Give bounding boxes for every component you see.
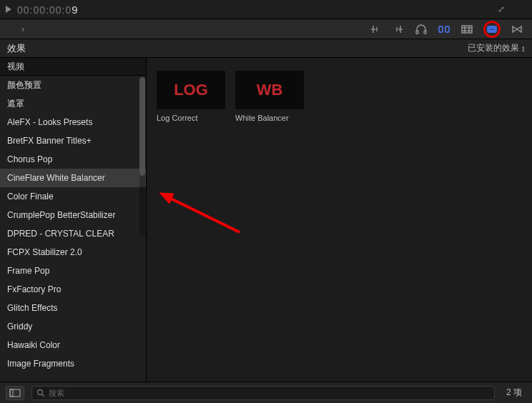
align-right-icon[interactable] — [392, 24, 405, 34]
sidebar-item[interactable]: Color Finale — [0, 187, 146, 206]
timecode-bar: 00:00:00:09 ⤢ — [0, 0, 532, 19]
svg-point-21 — [38, 389, 43, 394]
sidebar-item[interactable]: Hawaiki Color — [0, 336, 146, 354]
sort-arrows-icon: ▴▾ — [522, 45, 525, 52]
sidebar-item[interactable]: Frame Pop — [0, 262, 146, 280]
thumbnail-label: White Balancer — [235, 114, 304, 122]
sidebar-item[interactable]: FCPX Stabilizer 2.0 — [0, 243, 146, 262]
panel-title-row: 效果 已安装的效果 ▴▾ — [0, 39, 532, 58]
sidebar-item[interactable]: Image Fragments — [0, 354, 146, 373]
svg-rect-10 — [462, 26, 472, 33]
sidebar-item[interactable]: Griddy — [0, 317, 146, 336]
timecode-display: 00:00:00:09 — [17, 4, 79, 16]
headphones-icon[interactable] — [415, 24, 428, 34]
toolbar-icons — [369, 21, 523, 38]
annotation-arrow — [154, 189, 247, 249]
sidebar-item[interactable]: AleFX - Looks Presets — [0, 113, 146, 131]
sidebar-item[interactable]: CrumplePop BetterStabilizer — [0, 206, 146, 224]
main-split: 视频 颜色预置遮罩AleFX - Looks PresetsBretFX Ban… — [0, 58, 532, 382]
svg-marker-18 — [159, 193, 174, 204]
timecode-last-digit: 9 — [72, 4, 78, 16]
sidebar-item[interactable]: CineFlare White Balancer — [0, 169, 146, 187]
svg-rect-9 — [445, 26, 449, 32]
toolbar: › — [0, 19, 532, 39]
svg-line-17 — [167, 196, 240, 232]
transitions-icon[interactable] — [511, 24, 523, 34]
svg-rect-8 — [439, 26, 443, 32]
svg-rect-16 — [489, 28, 495, 31]
align-left-icon[interactable] — [369, 24, 382, 34]
filmstrip-icon[interactable] — [460, 24, 473, 34]
footer: 2 项 — [0, 382, 532, 403]
sidebar-item[interactable]: 颜色预置 — [0, 76, 146, 94]
search-input[interactable] — [31, 386, 495, 400]
effects-browser-icon[interactable] — [486, 24, 498, 34]
search-field[interactable] — [49, 389, 490, 397]
back-chevron-icon[interactable]: › — [21, 24, 24, 34]
search-icon — [36, 389, 45, 397]
sidebar-items: 颜色预置遮罩AleFX - Looks PresetsBretFX Banner… — [0, 76, 146, 382]
effect-thumbnail[interactable]: LOGLog Correct — [157, 71, 225, 122]
svg-rect-19 — [10, 389, 20, 397]
scrollbar[interactable] — [139, 77, 145, 236]
filter-dropdown[interactable]: 已安装的效果 ▴▾ — [468, 42, 525, 54]
effect-thumbnail[interactable]: WBWhite Balancer — [235, 71, 304, 122]
panel-title: 效果 — [7, 42, 26, 55]
scrollbar-thumb[interactable] — [139, 77, 145, 176]
svg-rect-6 — [416, 31, 418, 34]
thumbnail-badge: WB — [235, 71, 304, 109]
sidebar-item[interactable]: DPRED - CRYSTAL CLEAR — [0, 224, 146, 243]
view-toggle-icon[interactable] — [6, 386, 24, 400]
play-icon[interactable] — [6, 6, 11, 13]
thumbnail-label: Log Correct — [157, 114, 225, 122]
sidebar: 视频 颜色预置遮罩AleFX - Looks PresetsBretFX Ban… — [0, 58, 147, 382]
svg-rect-20 — [10, 389, 13, 397]
timecode-prefix: 00:00:00:0 — [17, 4, 72, 16]
filter-label: 已安装的效果 — [468, 42, 519, 54]
effects-browser-highlight — [483, 21, 501, 38]
sidebar-item[interactable]: Chorus Pop — [0, 150, 146, 169]
sidebar-item[interactable]: Glitch Effects — [0, 299, 146, 317]
thumbnail-badge: LOG — [157, 71, 225, 109]
sidebar-item[interactable]: FxFactory Pro — [0, 280, 146, 299]
sidebar-item[interactable]: 遮罩 — [0, 94, 146, 113]
color-scope-icon[interactable] — [438, 24, 450, 34]
svg-rect-7 — [424, 31, 426, 34]
svg-line-22 — [42, 394, 44, 397]
thumbnail-panel: LOGLog CorrectWBWhite Balancer — [147, 58, 532, 382]
sidebar-item[interactable]: BretFX Banner Titles+ — [0, 131, 146, 150]
fullscreen-icon[interactable]: ⤢ — [498, 4, 505, 14]
sidebar-header: 视频 — [0, 58, 146, 76]
item-count: 2 项 — [506, 387, 522, 399]
